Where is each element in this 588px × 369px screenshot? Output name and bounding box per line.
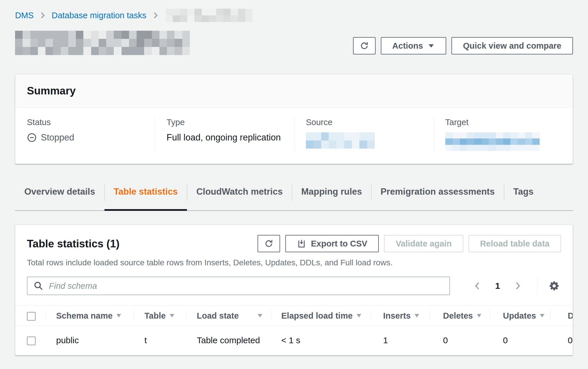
summary-fields: Status Stopped Type Full load, ongoing r… — [15, 108, 573, 164]
table-statistics-description: Total rows include loaded source table r… — [27, 258, 561, 267]
breadcrumb-link-migration-tasks[interactable]: Database migration tasks — [52, 11, 146, 20]
export-csv-label: Export to CSV — [311, 239, 367, 249]
table-refresh-button[interactable] — [258, 235, 280, 252]
type-label: Type — [167, 118, 283, 127]
divider — [537, 277, 537, 294]
summary-field-type: Type Full load, ongoing replication — [155, 118, 294, 151]
tab-table-statistics[interactable]: Table statistics — [104, 184, 187, 210]
page-header: Actions Quick view and compare — [15, 31, 573, 55]
download-icon — [297, 239, 306, 248]
status-value: Stopped — [27, 132, 143, 143]
search-input[interactable] — [27, 277, 450, 295]
refresh-icon — [359, 41, 369, 51]
target-value-redacted[interactable] — [445, 132, 540, 151]
target-label: Target — [445, 118, 561, 127]
schema-search — [27, 277, 450, 295]
column-label: Inserts — [383, 311, 411, 320]
column-header-load-state[interactable]: Load state — [186, 306, 271, 326]
summary-field-status: Status Stopped — [15, 118, 155, 151]
page-actions: Actions Quick view and compare — [353, 37, 573, 54]
column-label: Updates — [503, 311, 536, 320]
next-page-button[interactable] — [511, 279, 524, 293]
table-actions: Export to CSV Validate again Reload tabl… — [258, 235, 561, 252]
sort-icon[interactable] — [356, 313, 362, 318]
cell-inserts: 1 — [370, 326, 430, 355]
column-label: DDLs — [568, 311, 573, 320]
summary-field-source: Source — [294, 118, 433, 151]
export-csv-button[interactable]: Export to CSV — [285, 235, 379, 252]
sort-icon[interactable] — [116, 313, 122, 318]
cell-elapsed-load-time: < 1 s — [271, 326, 370, 355]
status-text: Stopped — [41, 132, 74, 143]
table-header-row: Schema name Table Load state Elapsed loa… — [15, 306, 573, 326]
refresh-button[interactable] — [353, 37, 376, 54]
source-value-redacted[interactable] — [306, 132, 375, 149]
column-label: Table — [144, 311, 166, 320]
chevron-right-icon — [152, 12, 159, 19]
breadcrumb-current-redacted — [166, 9, 252, 22]
cell-load-state: Table completed — [186, 326, 271, 355]
column-label: Deletes — [443, 311, 473, 320]
gear-icon — [548, 280, 560, 292]
sort-icon[interactable] — [539, 313, 545, 318]
column-header-ddls[interactable]: DDLs — [550, 306, 573, 326]
current-page-number[interactable]: 1 — [495, 281, 500, 291]
table-statistics-panel: Table statistics (1) — [15, 225, 573, 355]
column-label: Load state — [197, 311, 239, 320]
table-settings-button[interactable] — [547, 279, 561, 293]
row-checkbox[interactable] — [27, 337, 36, 345]
summary-field-target: Target — [433, 118, 573, 151]
column-header-table[interactable]: Table — [134, 306, 186, 326]
task-tabs: Overview details Table statistics CloudW… — [15, 184, 573, 211]
table-statistics-table: Schema name Table Load state Elapsed loa… — [15, 306, 573, 355]
column-label: Elapsed load time — [281, 311, 353, 320]
sort-icon[interactable] — [476, 313, 482, 318]
chevron-right-icon — [39, 12, 46, 19]
summary-header: Summary — [15, 74, 573, 108]
cell-updates: 0 — [490, 326, 550, 355]
column-header-schema-name[interactable]: Schema name — [46, 306, 134, 326]
source-label: Source — [306, 118, 422, 127]
stopped-icon — [27, 133, 37, 143]
summary-panel: Summary Status Stopped Type Full load, o… — [15, 74, 573, 164]
column-label: Schema name — [56, 311, 113, 320]
column-header-updates[interactable]: Updates — [490, 306, 550, 326]
select-all-checkbox[interactable] — [27, 312, 36, 321]
task-name-redacted — [15, 31, 190, 55]
quick-view-compare-button[interactable]: Quick view and compare — [451, 37, 573, 54]
sort-icon[interactable] — [414, 313, 420, 318]
caret-down-icon — [428, 43, 435, 49]
column-header-inserts[interactable]: Inserts — [370, 306, 430, 326]
table-row: public t Table completed < 1 s 1 0 0 0 — [15, 326, 573, 355]
dms-task-page: DMS Database migration tasks Actions — [0, 0, 588, 355]
cell-schema-name: public — [46, 326, 134, 355]
cell-ddls: 0 — [550, 326, 573, 355]
column-header-deletes[interactable]: Deletes — [430, 306, 490, 326]
cell-table: t — [134, 326, 186, 355]
tab-cloudwatch-metrics[interactable]: CloudWatch metrics — [187, 184, 292, 210]
refresh-icon — [264, 239, 274, 249]
tab-premigration-assessments[interactable]: Premigration assessments — [371, 184, 504, 210]
summary-title: Summary — [27, 85, 561, 97]
type-value: Full load, ongoing replication — [167, 132, 283, 143]
sort-icon[interactable] — [169, 313, 175, 318]
validate-again-label: Validate again — [396, 239, 451, 249]
reload-table-data-button[interactable]: Reload table data — [468, 235, 561, 252]
tab-mapping-rules[interactable]: Mapping rules — [292, 184, 371, 210]
breadcrumb: DMS Database migration tasks — [15, 9, 573, 22]
tab-overview-details[interactable]: Overview details — [15, 184, 104, 210]
actions-button-label: Actions — [392, 41, 423, 51]
table-statistics-title: Table statistics (1) — [27, 238, 120, 250]
reload-table-data-label: Reload table data — [480, 239, 550, 249]
column-header-elapsed-load-time[interactable]: Elapsed load time — [271, 306, 370, 326]
actions-button[interactable]: Actions — [381, 37, 446, 54]
sort-icon[interactable] — [257, 313, 263, 318]
search-icon — [33, 281, 44, 291]
status-label: Status — [27, 118, 143, 127]
cell-deletes: 0 — [430, 326, 490, 355]
pagination: 1 — [471, 277, 561, 294]
validate-again-button[interactable]: Validate again — [384, 235, 463, 252]
previous-page-button[interactable] — [471, 279, 484, 293]
breadcrumb-link-dms[interactable]: DMS — [15, 11, 34, 20]
tab-tags[interactable]: Tags — [504, 184, 543, 210]
